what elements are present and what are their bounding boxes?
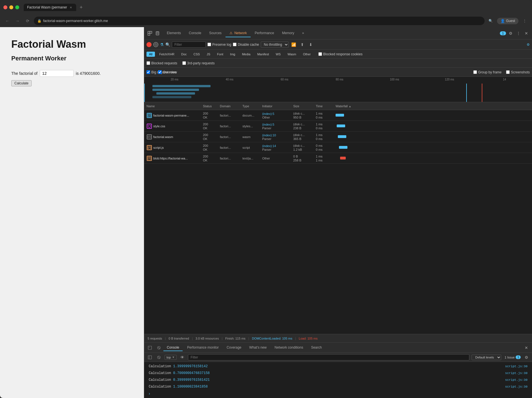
settings-icon[interactable]: ⚙ xyxy=(507,30,514,37)
tab-elements[interactable]: Elements xyxy=(163,29,185,37)
table-row[interactable]: factorial.wasm 200OK factori... wasm (in… xyxy=(144,132,532,142)
filter-manifest[interactable]: Manifest xyxy=(255,52,272,57)
header-time[interactable]: Time xyxy=(314,104,333,108)
table-row[interactable]: style.css 200OK factori... styles... (in… xyxy=(144,121,532,132)
filter-other[interactable]: Other xyxy=(300,52,313,57)
filter-ws[interactable]: WS xyxy=(273,52,283,57)
import-icon[interactable]: ⬆ xyxy=(299,41,306,48)
console-eye-icon[interactable]: 👁 xyxy=(179,354,186,361)
calculate-button[interactable]: Calculate xyxy=(11,80,32,86)
preserve-log-checkbox[interactable]: Preserve log xyxy=(207,43,231,47)
console-filter-input[interactable] xyxy=(188,354,469,360)
close-devtools-icon[interactable]: ✕ xyxy=(523,30,530,37)
zoom-button[interactable]: 🔍 xyxy=(487,17,495,25)
console-clear-icon[interactable] xyxy=(156,344,162,351)
console-panel-icon[interactable] xyxy=(146,344,153,351)
filter-wasm[interactable]: Wasm xyxy=(285,52,299,57)
disable-cache-checkbox[interactable]: Disable cache xyxy=(233,43,259,47)
header-type[interactable]: Type xyxy=(240,104,260,108)
header-name[interactable]: Name xyxy=(144,104,201,108)
throttle-select[interactable]: No throttling xyxy=(261,41,289,48)
console-sidebar-icon[interactable] xyxy=(146,354,153,361)
filter-icon[interactable]: ⚗ xyxy=(160,42,164,47)
console-tab-performance-monitor[interactable]: Performance monitor xyxy=(184,344,222,351)
table-row[interactable]: blob:https://factorial-wa... 200OK facto… xyxy=(144,153,532,164)
tab-sources[interactable]: Sources xyxy=(205,29,226,37)
filter-doc[interactable]: Doc xyxy=(179,52,189,57)
table-row[interactable]: script.js 200OK factori... script (index… xyxy=(144,142,532,153)
tab-network[interactable]: ⚠ Network xyxy=(226,29,251,37)
factorial-input[interactable] xyxy=(40,70,74,77)
filter-js[interactable]: JS xyxy=(204,52,213,57)
menu-button[interactable]: ⋮ xyxy=(521,17,529,25)
tab-console[interactable]: Console xyxy=(185,29,205,37)
back-button[interactable]: ← xyxy=(3,17,11,25)
filter-media[interactable]: Media xyxy=(239,52,253,57)
console-tab-network-conditions[interactable]: Network conditions xyxy=(271,344,306,351)
tab-close-button[interactable]: ✕ xyxy=(69,5,73,9)
clear-button[interactable] xyxy=(153,42,158,47)
header-waterfall[interactable]: Waterfall ▲ xyxy=(333,104,532,108)
minimize-traffic-light[interactable] xyxy=(9,5,13,9)
timeline-mark-100: 100 ms xyxy=(367,78,422,81)
timeline-mark-80: 80 ms xyxy=(312,78,367,81)
console-tab-console[interactable]: Console xyxy=(163,344,183,351)
tab-memory[interactable]: Memory xyxy=(278,29,298,37)
console-settings-icon[interactable]: ⚙ xyxy=(523,354,530,361)
close-console-panel[interactable]: ✕ xyxy=(523,344,530,351)
list-item: Calculation 1.100000023841858 script.js:… xyxy=(144,383,532,390)
close-traffic-light[interactable] xyxy=(3,5,7,9)
group-by-frame-checkbox[interactable]: Group by frame xyxy=(473,70,502,74)
console-tab-search[interactable]: Search xyxy=(308,344,325,351)
search-icon[interactable]: 🔍 xyxy=(165,42,170,47)
guest-button[interactable]: 👤 Guest xyxy=(497,18,518,24)
console-tab-whats-new[interactable]: What's new xyxy=(246,344,270,351)
maximize-traffic-light[interactable] xyxy=(15,5,19,9)
row-status: 200OK xyxy=(201,122,218,130)
overview-checkbox[interactable]: Overview xyxy=(158,70,177,74)
filter-css[interactable]: CSS xyxy=(191,52,203,57)
active-tab[interactable]: Factorial Wasm (permaner ✕ xyxy=(24,4,76,11)
console-clear-log-icon[interactable] xyxy=(156,354,162,361)
address-bar[interactable]: 🔒 factorial-wasm-permanent-worker.glitch… xyxy=(34,17,485,25)
console-prompt[interactable]: › xyxy=(144,390,532,397)
row-domain: factori... xyxy=(218,135,240,139)
timeline-mark-140: 14 xyxy=(477,78,532,81)
record-button[interactable] xyxy=(146,42,152,47)
dom-loaded-line xyxy=(466,84,467,102)
console-badge[interactable]: 1 xyxy=(500,31,506,35)
console-tab-coverage[interactable]: Coverage xyxy=(223,344,245,351)
export-icon[interactable]: ⬇ xyxy=(307,41,314,48)
wifi-icon[interactable]: 📶 xyxy=(290,41,297,48)
device-icon[interactable] xyxy=(154,30,161,37)
tab-performance[interactable]: Performance xyxy=(251,29,278,37)
inspect-icon[interactable] xyxy=(146,30,153,37)
filter-font[interactable]: Font xyxy=(214,52,226,57)
load-line xyxy=(482,84,482,102)
blocked-requests-checkbox[interactable]: Blocked requests xyxy=(146,61,177,65)
more-icon[interactable]: ⋮ xyxy=(515,30,522,37)
header-domain[interactable]: Domain xyxy=(218,104,240,108)
settings-network-icon[interactable]: ⚙ xyxy=(527,43,530,47)
svg-rect-25 xyxy=(148,356,152,359)
filter-input[interactable] xyxy=(172,41,206,48)
reload-button[interactable]: ⟳ xyxy=(24,17,32,25)
table-row[interactable]: factorial-wasm-permane... 200OK factori.… xyxy=(144,110,532,121)
factorial-result: is 479001600. xyxy=(76,71,101,76)
tab-more[interactable]: » xyxy=(298,29,308,37)
context-selector[interactable]: top ▼ xyxy=(165,355,177,360)
forward-button[interactable]: → xyxy=(14,17,21,25)
third-party-checkbox[interactable]: 3rd-party requests xyxy=(182,61,214,65)
new-tab-button[interactable]: + xyxy=(77,3,85,11)
screenshots-checkbox[interactable]: Screenshots xyxy=(506,70,530,74)
filter-img[interactable]: Img xyxy=(227,52,238,57)
filter-all[interactable]: All xyxy=(146,52,155,57)
filter-fetch-xhr[interactable]: Fetch/XHR xyxy=(157,52,177,57)
page-subtitle: Permanent Worker xyxy=(11,55,133,62)
row-size: (disk c...238 B xyxy=(291,122,314,130)
header-size[interactable]: Size xyxy=(291,104,314,108)
blocked-response-checkbox[interactable]: Blocked response cookies xyxy=(318,52,362,56)
header-initiator[interactable]: Initiator xyxy=(260,104,291,108)
header-status[interactable]: Status xyxy=(201,104,218,108)
levels-select[interactable]: Default levels xyxy=(472,355,501,360)
